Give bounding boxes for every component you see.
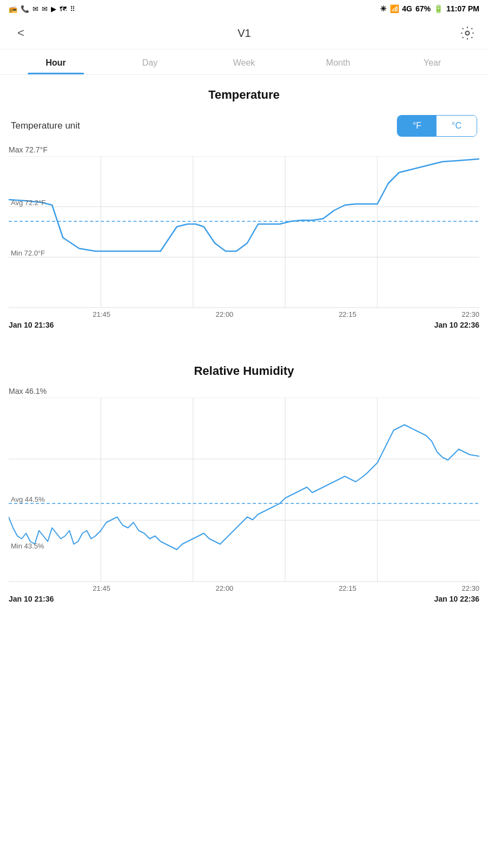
tab-day[interactable]: Day: [103, 49, 197, 74]
unit-label: Temperature unit: [11, 120, 80, 131]
humidity-date-labels: Jan 10 21:36 Jan 10 22:36: [9, 592, 479, 612]
hx-label-2: 22:00: [216, 584, 234, 592]
hx-label-1: 21:45: [93, 584, 111, 592]
hx-label-3: 22:15: [339, 584, 357, 592]
humidity-max-label: Max 46.1%: [9, 387, 479, 395]
tab-bar: Hour Day Week Month Year: [0, 49, 488, 75]
battery-level: 67%: [415, 4, 431, 13]
svg-text:Avg 44.5%: Avg 44.5%: [11, 495, 45, 503]
temperature-title: Temperature: [9, 75, 479, 111]
temp-max-label: Max 72.7°F: [9, 145, 479, 154]
signal-4g: 4G: [402, 4, 413, 13]
svg-text:Min 43.5%: Min 43.5%: [11, 542, 44, 550]
grid-icon: ⠿: [70, 5, 75, 13]
unit-toggle: °F °C: [397, 115, 477, 137]
gear-icon: [460, 25, 475, 41]
humidity-start-date: Jan 10 21:36: [9, 595, 54, 603]
temp-start-date: Jan 10 21:36: [9, 321, 54, 329]
unit-row: Temperature unit °F °C: [9, 111, 479, 145]
tab-hour[interactable]: Hour: [9, 49, 103, 74]
wifi-icon: 📶: [390, 4, 399, 13]
app-header: < V1: [0, 17, 488, 49]
temp-x-labels: 21:45 22:00 22:15 22:30: [9, 308, 479, 318]
bluetooth-icon: ✳: [380, 4, 387, 13]
x-label-3: 22:15: [339, 310, 357, 318]
main-content: Temperature Temperature unit °F °C Max 7…: [0, 75, 488, 612]
unit-c-button[interactable]: °C: [436, 116, 477, 136]
humidity-chart-wrapper: Avg 44.5% Min 43.5%: [9, 398, 479, 582]
temperature-section: Temperature Temperature unit °F °C Max 7…: [9, 75, 479, 338]
temperature-chart: Avg 72.2°F Min 72.0°F: [9, 156, 479, 308]
svg-point-0: [465, 31, 469, 35]
mail2-icon: ✉: [42, 5, 48, 13]
page-title: V1: [237, 27, 251, 40]
status-icons: 📻 📞 ✉ ✉ ▶ 🗺 ⠿: [9, 5, 75, 13]
temperature-chart-wrapper: Avg 72.2°F Min 72.0°F: [9, 156, 479, 308]
humidity-chart-container: Max 46.1%: [9, 387, 479, 612]
status-info: ✳ 📶 4G 67% 🔋 11:07 PM: [380, 4, 479, 13]
humidity-section: Relative Humidity Max 46.1%: [9, 351, 479, 612]
tab-month[interactable]: Month: [291, 49, 386, 74]
mail-icon: ✉: [33, 5, 38, 13]
temp-date-labels: Jan 10 21:36 Jan 10 22:36: [9, 318, 479, 338]
status-bar: 📻 📞 ✉ ✉ ▶ 🗺 ⠿ ✳ 📶 4G 67% 🔋 11:07 PM: [0, 0, 488, 17]
phone-icon: 📞: [21, 5, 29, 13]
settings-button[interactable]: [460, 25, 475, 41]
radio-icon: 📻: [9, 5, 17, 13]
x-label-2: 22:00: [216, 310, 234, 318]
back-button[interactable]: <: [13, 24, 29, 42]
humidity-chart: Avg 44.5% Min 43.5%: [9, 398, 479, 582]
hx-label-4: 22:30: [461, 584, 479, 592]
svg-text:Avg 72.2°F: Avg 72.2°F: [11, 199, 46, 207]
maps-icon: 🗺: [60, 5, 67, 13]
svg-text:Min 72.0°F: Min 72.0°F: [11, 249, 45, 257]
x-label-1: 21:45: [93, 310, 111, 318]
unit-f-button[interactable]: °F: [397, 116, 436, 136]
tab-year[interactable]: Year: [385, 49, 479, 74]
humidity-end-date: Jan 10 22:36: [434, 595, 479, 603]
battery-icon: 🔋: [434, 4, 443, 13]
tab-week[interactable]: Week: [197, 49, 291, 74]
humidity-title: Relative Humidity: [9, 351, 479, 387]
time-display: 11:07 PM: [446, 4, 479, 13]
x-label-4: 22:30: [461, 310, 479, 318]
temperature-chart-container: Max 72.7°F: [9, 145, 479, 338]
humidity-x-labels: 21:45 22:00 22:15 22:30: [9, 582, 479, 592]
video-icon: ▶: [51, 5, 56, 13]
temp-end-date: Jan 10 22:36: [434, 321, 479, 329]
